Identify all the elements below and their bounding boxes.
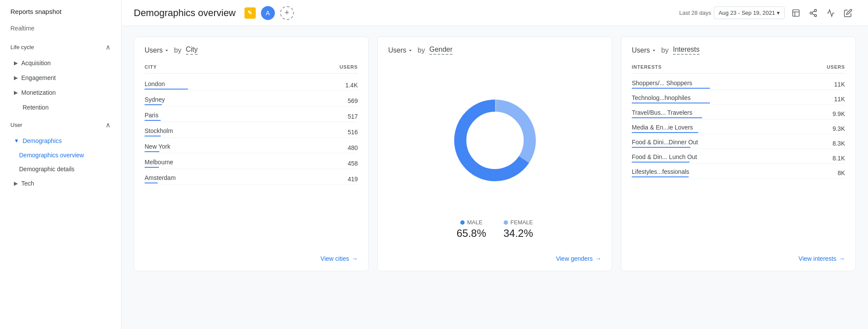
interests-dimension-label[interactable]: Interests — [673, 46, 700, 55]
report-icon-button[interactable] — [788, 5, 804, 21]
city-table-row: Sydney 569 — [145, 91, 358, 106]
interest-bar-2 — [632, 117, 702, 118]
sidebar-item-tech[interactable]: ▶ Tech — [0, 176, 121, 191]
sidebar-item-monetization[interactable]: ▶ Monetization — [0, 85, 121, 100]
sidebar-item-retention[interactable]: Retention — [0, 100, 121, 115]
interests-users-label: Users — [632, 47, 650, 54]
svg-line-4 — [812, 13, 815, 15]
acquisition-label: Acquisition — [21, 60, 51, 66]
interest-cell-4: Food & Dini...Dinner Out — [632, 139, 698, 148]
city-card-header: Users by City — [145, 46, 358, 55]
city-users-3: 516 — [348, 129, 358, 136]
view-interests-link[interactable]: View interests → — [632, 248, 845, 271]
female-pct: 34.2% — [504, 227, 533, 239]
female-dot — [504, 220, 508, 225]
city-dimension-label[interactable]: City — [186, 46, 198, 55]
city-name-5: Melbourne — [145, 159, 173, 166]
city-bar-5 — [145, 167, 159, 168]
add-comparison-button[interactable]: + — [280, 6, 294, 20]
edit-icon-button[interactable] — [840, 5, 856, 21]
city-bar-1 — [145, 104, 162, 105]
sidebar: Reports snapshot Realtime Life cycle ∧ ▶… — [0, 0, 122, 329]
interest-users-2: 9.9K — [832, 110, 845, 117]
city-table-row: Amsterdam 419 — [145, 169, 358, 185]
female-legend: FEMALE 34.2% — [504, 219, 533, 239]
city-name-3: Stockholm — [145, 127, 173, 134]
svg-point-1 — [815, 9, 817, 11]
page-title-icon[interactable]: ✎ — [244, 7, 256, 19]
sidebar-sub-item-demographics-overview[interactable]: Demographics overview — [0, 148, 121, 162]
gender-users-dropdown[interactable]: Users — [388, 47, 413, 54]
sidebar-realtime-link[interactable]: Realtime — [0, 21, 121, 37]
gender-dimension-label[interactable]: Gender — [429, 46, 452, 55]
lifecycle-label: Life cycle — [10, 44, 34, 50]
sidebar-item-acquisition[interactable]: ▶ Acquisition — [0, 56, 121, 70]
city-users-6: 419 — [348, 176, 358, 183]
city-table-row: Stockholm 516 — [145, 122, 358, 138]
acquisition-chevron-icon: ▶ — [14, 60, 18, 66]
interest-users-6: 8K — [838, 169, 845, 176]
users-label: Users — [145, 47, 163, 54]
interests-table-row: Food & Dini...Dinner Out 8.3K — [632, 134, 845, 149]
sidebar-sub-item-demographic-details[interactable]: Demographic details — [0, 162, 121, 176]
interests-card-body: INTERESTS USERS Shoppers/... Shoppers 11… — [632, 62, 845, 271]
interest-name-2: Travel/Bus... Travelers — [632, 109, 702, 116]
city-users-4: 480 — [348, 144, 358, 151]
city-bar-3 — [145, 136, 161, 136]
gender-donut-chart — [388, 62, 601, 215]
interest-name-3: Media & En...ie Lovers — [632, 124, 698, 131]
chart-icon-button[interactable] — [823, 5, 838, 21]
tech-label: Tech — [21, 180, 34, 187]
user-section-header[interactable]: User ∧ — [0, 116, 121, 133]
male-dot-label: MALE — [460, 219, 482, 226]
interests-rows: Shoppers/... Shoppers 11K Technolog...hn… — [632, 75, 845, 179]
interests-col-interests: INTERESTS — [632, 64, 662, 70]
share-icon-button[interactable] — [805, 5, 821, 21]
gender-users-label: Users — [388, 47, 406, 54]
user-chevron: ∧ — [106, 121, 111, 129]
interests-users-dropdown[interactable]: Users — [632, 47, 657, 54]
top-bar-left: Demographics overview ✎ A + — [134, 6, 294, 20]
interest-cell-6: Lifestyles...fessionals — [632, 168, 689, 177]
city-bar-2 — [145, 120, 161, 121]
city-card: Users by City CITY USERS London — [134, 37, 369, 271]
interests-table-row: Food & Din... Lunch Out 8.1K — [632, 149, 845, 164]
view-genders-link[interactable]: View genders → — [388, 248, 601, 271]
cards-row: Users by City CITY USERS London — [134, 37, 856, 271]
content-area: Users by City CITY USERS London — [122, 26, 868, 329]
users-dropdown[interactable]: Users — [145, 47, 170, 54]
avatar[interactable]: A — [261, 6, 275, 20]
lifecycle-section: Life cycle ∧ ▶ Acquisition ▶ Engagement … — [0, 39, 121, 115]
interests-col-users: USERS — [827, 64, 845, 70]
gender-card: Users by Gender — [377, 37, 612, 271]
date-range-picker[interactable]: Aug 23 - Sep 19, 2021 ▾ — [714, 7, 785, 19]
by-label-gender: by — [418, 47, 425, 54]
city-col-city: CITY — [145, 64, 157, 70]
gender-legend: MALE 65.8% FEMALE 34.2% — [388, 215, 601, 248]
city-name-1: Sydney — [145, 96, 165, 103]
city-table-row: Melbourne 458 — [145, 153, 358, 169]
view-cities-link[interactable]: View cities → — [145, 248, 358, 271]
sidebar-item-demographics[interactable]: ▼ Demographics — [0, 133, 121, 148]
city-users-0: 1.4K — [345, 82, 358, 89]
svg-point-3 — [815, 14, 817, 17]
city-users-5: 458 — [348, 160, 358, 167]
svg-point-2 — [810, 12, 812, 14]
lifecycle-section-header[interactable]: Life cycle ∧ — [0, 39, 121, 56]
interest-name-6: Lifestyles...fessionals — [632, 168, 689, 175]
city-rows: London 1.4K Sydney 569 Paris 517 Stockho… — [145, 75, 358, 185]
interest-users-3: 9.3K — [832, 125, 845, 132]
sidebar-item-engagement[interactable]: ▶ Engagement — [0, 70, 121, 85]
interests-card: Users by Interests INTERESTS USERS Shopp… — [621, 37, 856, 271]
svg-point-9 — [467, 112, 523, 169]
demographics-label: Demographics — [23, 137, 62, 144]
reports-snapshot-link[interactable]: Reports snapshot — [10, 8, 111, 15]
interest-name-1: Technolog...hnophiles — [632, 94, 710, 101]
svg-line-5 — [812, 11, 815, 12]
interests-table-row: Media & En...ie Lovers 9.3K — [632, 120, 845, 134]
interest-cell-2: Travel/Bus... Travelers — [632, 109, 702, 118]
interest-users-4: 8.3K — [832, 140, 845, 147]
by-label-city: by — [174, 47, 182, 54]
interests-table-header: INTERESTS USERS — [632, 62, 845, 73]
view-genders-arrow-icon: → — [595, 255, 601, 262]
